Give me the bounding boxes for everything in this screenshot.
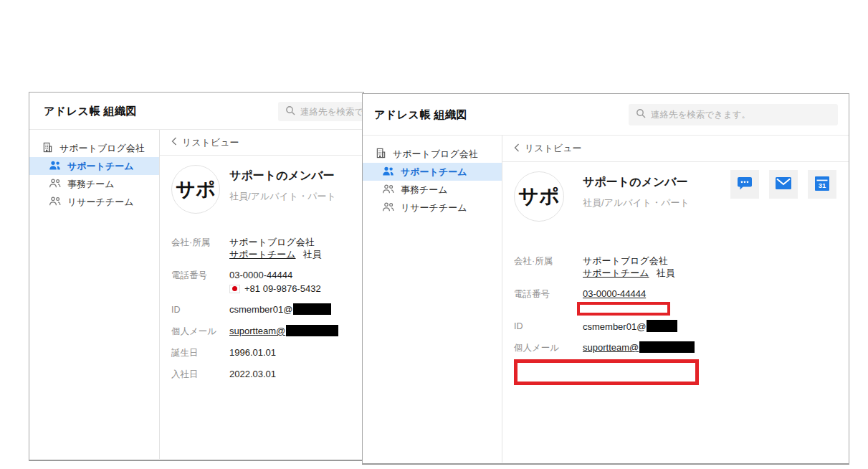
redaction-bar [286, 325, 338, 336]
building-icon [376, 148, 386, 161]
sidebar-item-label: 事務チーム [67, 178, 115, 191]
sidebar-item-label: リサーチチーム [401, 202, 467, 214]
address-book-window-front: アドレス帳 組織図 サポートブログ会社 [362, 93, 849, 465]
avatar: サポ [514, 171, 564, 222]
personal-mail-link[interactable]: suportteam@ [229, 326, 285, 336]
page-title: アドレス帳 組織図 [44, 104, 137, 118]
back-to-list-link[interactable]: リストビュー [502, 136, 849, 162]
sidebar-item-office-team[interactable]: 事務チーム [29, 175, 159, 193]
employment-type: 社員 [657, 267, 675, 278]
field-company: 会社·所属 サポートブログ会社 サポートチーム社員 [171, 236, 363, 260]
calendar-icon: 31 [815, 176, 829, 193]
page-title: アドレス帳 組織図 [374, 108, 467, 121]
org-sidebar: サポートブログ会社 サポートチーム 事務チーム [29, 130, 160, 459]
field-join-date: 入社日 2022.03.01 [171, 368, 363, 381]
team-icon [49, 161, 61, 172]
sidebar-item-company[interactable]: サポートブログ会社 [29, 139, 159, 157]
red-annotation-box-hidden-fields [514, 359, 699, 385]
field-personal-mail: 個人メール suportteam@ [171, 325, 363, 338]
window-header: アドレス帳 組織図 [363, 94, 849, 136]
redaction-bar [647, 320, 677, 332]
search-box[interactable] [278, 102, 364, 121]
avatar: サポ [171, 165, 220, 214]
sidebar-item-office-team[interactable]: 事務チーム [363, 181, 502, 199]
search-box[interactable] [629, 104, 838, 125]
sidebar-item-support-team[interactable]: サポートチーム [29, 157, 159, 175]
red-annotation-box-phone [577, 302, 670, 316]
team-icon [49, 179, 61, 190]
sidebar-item-label: リサーチチーム [67, 196, 134, 209]
team-icon [49, 196, 61, 208]
redaction-bar [639, 341, 695, 353]
field-id: ID csmember01@ [514, 320, 849, 333]
chevron-left-icon [514, 143, 520, 154]
id-value: csmember01@ [229, 304, 292, 315]
calendar-button[interactable]: 31 [808, 170, 836, 199]
sidebar-item-label: サポートチーム [401, 166, 467, 179]
sidebar-item-label: サポートチーム [67, 160, 134, 173]
search-icon [636, 108, 646, 121]
chat-icon [737, 176, 753, 193]
chevron-left-icon [171, 137, 177, 148]
building-icon [42, 142, 53, 155]
id-value: csmember01@ [583, 321, 646, 332]
svg-text:31: 31 [819, 181, 826, 189]
phone-number: 03-0000-44444 [229, 269, 321, 281]
sidebar-item-company[interactable]: サポートブログ会社 [363, 145, 502, 163]
team-icon [382, 184, 394, 196]
japan-flag-icon [229, 285, 240, 293]
back-to-list-link[interactable]: リストビュー [160, 130, 363, 156]
team-link[interactable]: サポートチーム [229, 249, 296, 260]
field-birthday: 誕生日 1996.01.01 [171, 346, 363, 359]
join-date-value: 2022.03.01 [229, 368, 276, 381]
employment-type: 社員 [303, 249, 322, 260]
search-input[interactable] [651, 110, 831, 120]
sidebar-item-label: サポートブログ会社 [393, 148, 478, 161]
mail-button[interactable] [769, 170, 798, 199]
mail-icon [776, 177, 791, 191]
member-name: サポートのメンバー [583, 175, 690, 190]
profile-header: サポ サポートのメンバー 社員/アルバイト・パート [502, 162, 849, 222]
personal-mail-link[interactable]: suportteam@ [583, 342, 639, 353]
sidebar-item-support-team[interactable]: サポートチーム [363, 163, 502, 181]
chat-button[interactable] [730, 170, 759, 199]
field-id: ID csmember01@ [171, 303, 363, 316]
field-phone: 電話番号 03-0000-44444 [514, 288, 849, 316]
sidebar-item-label: 事務チーム [401, 184, 448, 196]
address-book-window-back: アドレス帳 組織図 サポートブログ会社 [29, 92, 364, 461]
field-phone: 電話番号 03-0000-44444 +81 09-9876-5432 [171, 269, 363, 295]
profile-header: サポ サポートのメンバー 社員/アルバイト・パート [160, 156, 363, 214]
field-list: 会社·所属 サポートブログ会社 サポートチーム社員 電話番号 03-0000-4… [160, 236, 363, 381]
company-name: サポートブログ会社 [229, 236, 322, 248]
birthday-value: 1996.01.01 [229, 346, 276, 359]
team-link[interactable]: サポートチーム [583, 267, 649, 278]
search-icon [285, 105, 295, 118]
member-role: 社員/アルバイト・パート [229, 190, 336, 203]
field-list: 会社·所属 サポートブログ会社 サポートチーム社員 電話番号 03-0000-4… [502, 255, 849, 385]
org-sidebar: サポートブログ会社 サポートチーム 事務チーム [363, 136, 502, 463]
back-label: リストビュー [525, 142, 582, 155]
detail-pane: リストビュー サポ サポートのメンバー 社員/アルバイト・パート 会社·所属 サ… [160, 130, 363, 459]
team-icon [382, 202, 394, 214]
member-name: サポートのメンバー [229, 169, 336, 184]
sidebar-item-research-team[interactable]: リサーチチーム [363, 199, 502, 217]
field-personal-mail: 個人メール suportteam@ [514, 341, 849, 354]
phone-intl-number: +81 09-9876-5432 [244, 283, 321, 295]
member-role: 社員/アルバイト・パート [583, 196, 690, 209]
back-label: リストビュー [182, 136, 239, 149]
action-buttons: 31 [730, 170, 836, 199]
search-input[interactable] [300, 107, 364, 117]
detail-pane: リストビュー サポ サポートのメンバー 社員/アルバイト・パート [502, 136, 849, 463]
window-header: アドレス帳 組織図 [29, 93, 363, 130]
field-company: 会社·所属 サポートブログ会社 サポートチーム社員 [514, 255, 849, 279]
sidebar-item-label: サポートブログ会社 [59, 142, 145, 155]
phone-number: 03-0000-44444 [583, 288, 670, 300]
team-icon [382, 166, 394, 178]
company-name: サポートブログ会社 [583, 255, 675, 267]
sidebar-item-research-team[interactable]: リサーチチーム [29, 193, 159, 211]
redaction-bar [293, 303, 331, 315]
